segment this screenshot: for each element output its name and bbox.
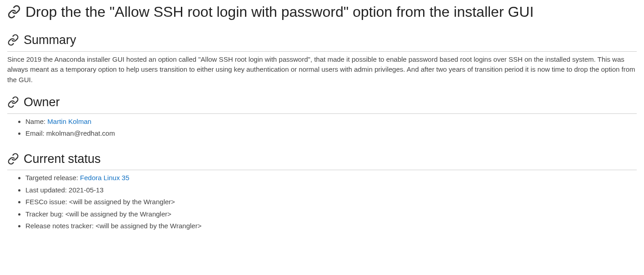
link-icon[interactable] (7, 34, 19, 46)
list-item: Last updated: 2021-05-13 (25, 185, 637, 196)
page-title-text: Drop the the "Allow SSH root login with … (25, 1, 534, 23)
list-item: FESCo issue: <will be assigned by the Wr… (25, 197, 637, 207)
targeted-release-link[interactable]: Fedora Linux 35 (80, 174, 129, 182)
owner-heading: Owner (7, 93, 637, 114)
page-title: Drop the the "Allow SSH root login with … (7, 1, 637, 23)
link-icon[interactable] (7, 5, 21, 19)
status-heading-text: Current status (24, 150, 101, 168)
owner-email: Email: mkolman@redhat.com (25, 129, 115, 137)
owner-name-label: Name: (25, 118, 47, 125)
link-icon[interactable] (7, 96, 19, 108)
owner-heading-text: Owner (24, 93, 60, 112)
owner-name-link[interactable]: Martin Kolman (47, 118, 91, 125)
list-item: Tracker bug: <will be assigned by the Wr… (25, 209, 637, 220)
status-heading: Current status (7, 150, 637, 171)
summary-text: Since 2019 the Anaconda installer GUI ho… (7, 54, 637, 85)
list-item: Targeted release: Fedora Linux 35 (25, 173, 637, 183)
link-icon[interactable] (7, 153, 19, 165)
list-item: Release notes tracker: <will be assigned… (25, 221, 637, 231)
summary-heading-text: Summary (24, 31, 76, 49)
status-list: Targeted release: Fedora Linux 35 Last u… (7, 173, 637, 231)
owner-list: Name: Martin Kolman Email: mkolman@redha… (7, 117, 637, 139)
list-item: Name: Martin Kolman (25, 117, 637, 127)
targeted-release-label: Targeted release: (25, 174, 80, 182)
summary-heading: Summary (7, 31, 637, 52)
list-item: Email: mkolman@redhat.com (25, 128, 637, 139)
